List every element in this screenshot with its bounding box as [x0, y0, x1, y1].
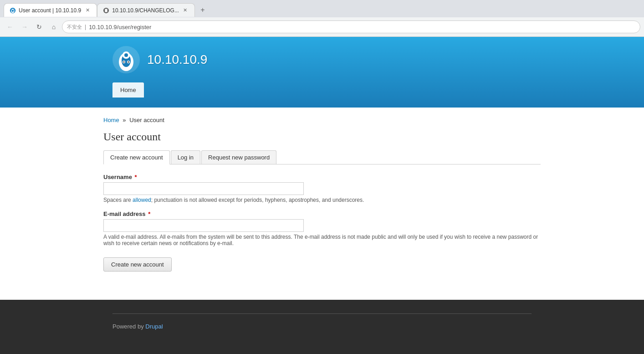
footer-inner: Powered by Drupal [103, 313, 541, 330]
registration-form: Username * Spaces are allowed; punctuati… [103, 164, 541, 272]
email-required-star: * [148, 210, 150, 217]
svg-point-10 [124, 53, 128, 57]
svg-point-3 [12, 9, 14, 10]
site-header: 10.10.10.9 Home [0, 37, 644, 108]
back-button[interactable]: ← [4, 21, 16, 33]
svg-point-13 [123, 62, 125, 63]
page-wrapper: 10.10.10.9 Home Home » User account User… [0, 37, 644, 354]
site-name: 10.10.10.9 [147, 52, 207, 67]
tab-create-account[interactable]: Create new account [103, 150, 170, 164]
footer-divider [112, 313, 532, 314]
tab-favicon-drupal [10, 7, 16, 14]
address-bar[interactable]: 不安全 | 10.10.10.9/user/register [62, 21, 640, 33]
drupal-logo [112, 46, 140, 73]
breadcrumb-separator: » [123, 117, 126, 123]
home-button[interactable]: ⌂ [47, 21, 60, 33]
footer-powered-by: Powered by Drupal [112, 323, 532, 330]
email-help: A valid e-mail address. All e-mails from… [103, 234, 541, 246]
tab-request-password[interactable]: Request new password [201, 150, 276, 164]
url-separator: | [85, 24, 86, 30]
svg-rect-5 [105, 9, 107, 12]
tab-title-inactive: 10.10.10.9/CHANGELOG... [112, 7, 179, 14]
forward-button[interactable]: → [18, 21, 31, 33]
username-required-star: * [135, 174, 137, 180]
username-input[interactable] [103, 182, 304, 195]
tab-close-active[interactable]: ✕ [84, 7, 91, 14]
username-help: Spaces are allowed; punctuation is not a… [103, 197, 541, 203]
reload-button[interactable]: ↻ [33, 21, 46, 33]
page-title: User account [103, 131, 541, 143]
tab-login[interactable]: Log in [171, 150, 200, 164]
header-inner: 10.10.10.9 [103, 46, 541, 73]
tab-inactive[interactable]: 10.10.10.9/CHANGELOG... ✕ [97, 3, 195, 17]
nav-item-home[interactable]: Home [112, 82, 144, 97]
username-group: Username * Spaces are allowed; punctuati… [103, 174, 541, 203]
drupal-link[interactable]: Drupal [145, 323, 163, 330]
nav-menu: Home [112, 82, 532, 97]
security-indicator: 不安全 [67, 24, 82, 31]
breadcrumb-home-link[interactable]: Home [103, 117, 119, 123]
breadcrumb-current: User account [129, 117, 164, 123]
email-label: E-mail address * [103, 210, 541, 217]
svg-point-14 [128, 62, 129, 63]
tabs-nav: Create new account Log in Request new pa… [103, 150, 541, 164]
main-content: Home » User account User account Create … [0, 108, 644, 300]
browser-chrome: User account | 10.10.10.9 ✕ 10.10.10.9/C… [0, 0, 644, 37]
breadcrumb: Home » User account [103, 117, 541, 123]
url-display: 10.10.10.9/user/register [89, 24, 151, 31]
tab-close-inactive[interactable]: ✕ [182, 7, 189, 14]
content-inner: Home » User account User account Create … [103, 117, 541, 272]
site-footer: Powered by Drupal [0, 300, 644, 354]
tab-bar: User account | 10.10.10.9 ✕ 10.10.10.9/C… [0, 0, 644, 17]
tab-favicon-page [103, 7, 109, 14]
tab-active[interactable]: User account | 10.10.10.9 ✕ [4, 3, 97, 17]
address-bar-row: ← → ↻ ⌂ 不安全 | 10.10.10.9/user/register [0, 17, 644, 36]
email-group: E-mail address * A valid e-mail address.… [103, 210, 541, 246]
new-tab-button[interactable]: + [197, 4, 209, 16]
username-help-link[interactable]: allowed [133, 197, 151, 203]
tab-title-active: User account | 10.10.10.9 [19, 7, 81, 14]
email-input[interactable] [103, 219, 304, 232]
username-label: Username * [103, 174, 541, 180]
submit-button[interactable]: Create new account [103, 257, 172, 272]
